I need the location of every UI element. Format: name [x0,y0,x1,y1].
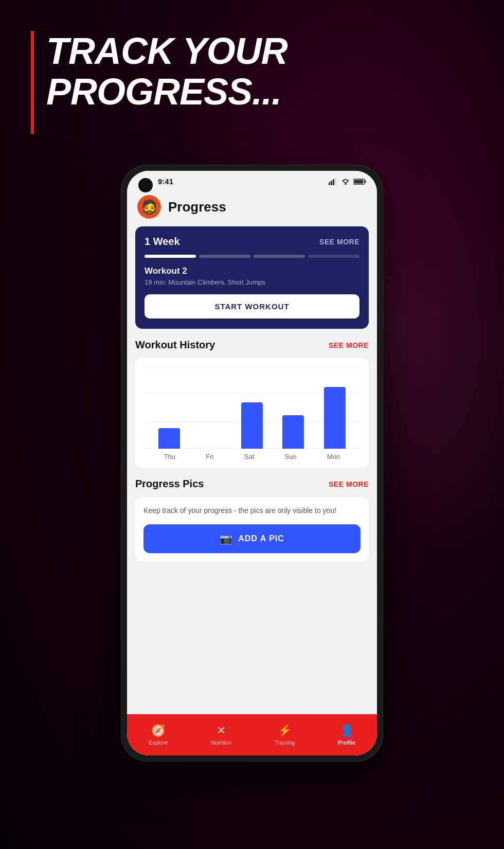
bar-thu [158,428,180,449]
red-accent-bar [31,31,34,134]
profile-label: Profile [338,739,355,746]
add-pic-button[interactable]: 📷 ADD A PIC [143,524,361,553]
bar-mon [324,387,346,449]
bars-container [143,366,361,449]
training-label: Training [275,739,295,746]
bar-sun-rect [282,415,304,449]
app-title: Progress [168,199,226,215]
progress-pics-see-more[interactable]: SEE MORE [329,480,369,488]
phone-mockup: 9:41 [121,165,383,762]
prog-seg-1 [145,255,196,258]
phone-frame: 9:41 [121,165,383,762]
nutrition-icon: ✕ [217,724,226,737]
nutrition-label: Nutrition [211,739,232,746]
training-icon: ⚡ [278,724,292,737]
camera-icon: 📷 [220,533,233,545]
chart-section: Thu Fri Sat Sun Mon [135,358,369,468]
nav-explore[interactable]: 🧭 Explore [149,724,168,746]
bar-thu-rect [158,428,180,449]
label-fri: Fri [206,453,213,461]
week-card: 1 Week SEE MORE Workout 2 19 min: Mounta… [135,226,369,329]
app-header: 🧔 Progress [127,190,377,226]
label-mon: Mon [327,453,340,461]
pics-description: Keep track of your progress - the pics a… [143,505,361,516]
wifi-icon [341,178,350,185]
status-time: 9:41 [158,177,173,186]
prog-seg-3 [254,255,305,258]
bar-sat-rect [241,402,263,449]
svg-rect-6 [365,181,366,183]
week-label: 1 Week [145,236,180,247]
svg-point-4 [345,183,347,185]
prog-seg-4 [308,255,359,258]
progress-pics-header: Progress Pics SEE MORE [135,478,369,490]
workout-label: Workout 2 [145,266,359,276]
battery-icon [353,178,367,185]
svg-rect-1 [331,181,332,185]
header-title: TRACK YOUR PROGRESS... [31,31,287,112]
nav-profile[interactable]: 👤 Profile [338,724,355,746]
bars-labels: Thu Fri Sat Sun Mon [143,453,361,461]
explore-icon: 🧭 [151,724,165,737]
workout-desc: 19 min: Mountain Climbers, Short Jumps [145,278,359,286]
label-thu: Thu [164,453,175,461]
nav-nutrition[interactable]: ✕ Nutrition [211,724,232,746]
svg-rect-2 [333,179,334,185]
svg-rect-3 [335,178,336,185]
profile-icon: 👤 [340,724,354,737]
week-see-more[interactable]: SEE MORE [319,238,359,246]
workout-history-header: Workout History SEE MORE [135,339,369,351]
chart-grid [143,366,361,449]
progress-bar [145,255,359,258]
workout-history-see-more[interactable]: SEE MORE [329,341,369,349]
signal-icon [329,178,338,185]
camera-notch [138,178,153,192]
avatar: 🧔 [137,195,161,219]
status-icons [329,178,367,185]
week-header: 1 Week SEE MORE [145,236,359,247]
bottom-nav: 🧭 Explore ✕ Nutrition ⚡ Training 👤 Profi… [127,714,377,755]
start-workout-button[interactable]: START WORKOUT [145,294,359,319]
progress-pics-title: Progress Pics [135,478,204,490]
svg-rect-0 [329,182,330,185]
phone-screen: 9:41 [127,171,377,755]
add-pic-label: ADD A PIC [238,534,284,543]
prog-seg-2 [199,255,250,258]
status-bar: 9:41 [127,171,377,190]
nav-training[interactable]: ⚡ Training [275,724,295,746]
explore-label: Explore [149,739,168,746]
bar-sun [282,415,304,449]
svg-rect-7 [354,180,364,183]
label-sun: Sun [285,453,297,461]
label-sat: Sat [244,453,255,461]
header-section: TRACK YOUR PROGRESS... [31,31,287,112]
workout-history-title: Workout History [135,339,215,351]
pics-section: Keep track of your progress - the pics a… [135,497,369,561]
avatar-image: 🧔 [140,199,158,216]
app-content: 1 Week SEE MORE Workout 2 19 min: Mounta… [127,226,377,723]
bar-sat [241,402,263,449]
bar-mon-rect [324,387,346,449]
